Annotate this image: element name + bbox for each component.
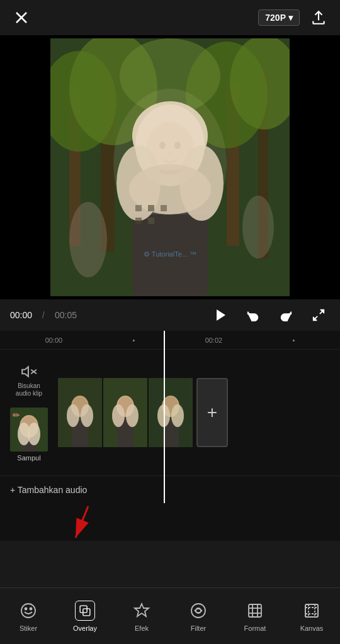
svg-point-29	[69, 202, 107, 277]
svg-point-47	[67, 404, 79, 427]
efek-label: Efek	[135, 625, 149, 632]
overlay-icon	[75, 601, 95, 621]
svg-marker-34	[22, 367, 28, 376]
mute-audio-label: Bisukanaudio klip	[16, 382, 42, 397]
video-clip-1[interactable]	[58, 378, 102, 447]
quality-label: 720P	[265, 13, 286, 23]
redo-button[interactable]	[275, 304, 297, 326]
video-frame: ⚙ TutorialTe... ™	[50, 38, 290, 296]
current-time: 00:00	[10, 310, 32, 320]
filter-label: Filter	[191, 625, 206, 632]
toolbar-kanvas[interactable]: Kanvas	[283, 601, 340, 632]
stiker-label: Stiker	[20, 625, 37, 632]
add-clip-button[interactable]: +	[196, 378, 228, 447]
svg-rect-76	[305, 604, 318, 617]
svg-rect-24	[135, 205, 142, 211]
toolbar-efek[interactable]: Efek	[113, 601, 170, 632]
cover-button[interactable]: ✏ Sampul	[10, 408, 48, 462]
timeline-playhead	[164, 350, 165, 503]
svg-rect-27	[135, 218, 142, 224]
undo-button[interactable]	[242, 304, 264, 326]
close-button[interactable]	[10, 6, 33, 29]
quality-selector[interactable]: 720P ▾	[258, 9, 300, 26]
header: 720P ▾	[0, 0, 340, 35]
export-button[interactable]	[307, 6, 330, 29]
stiker-icon	[18, 601, 38, 621]
svg-rect-28	[148, 218, 154, 224]
play-button[interactable]	[209, 304, 232, 326]
arrow-area	[0, 503, 340, 541]
toolbar-format[interactable]: Format	[227, 601, 283, 632]
toolbar-filter[interactable]: Filter	[170, 601, 227, 632]
toolbar-overlay[interactable]: Overlay	[57, 601, 113, 632]
filter-icon	[188, 601, 208, 621]
efek-icon	[132, 601, 152, 621]
svg-marker-31	[217, 310, 225, 321]
cover-thumbnail: ✏	[10, 408, 48, 452]
time-separator: /	[42, 310, 45, 320]
timeline-labels: 00:00 • 00:02 •	[10, 336, 330, 344]
bottom-toolbar: Stiker Overlay Efek Fil	[0, 587, 340, 644]
timeline-cursor	[164, 331, 165, 350]
svg-rect-81	[305, 604, 318, 617]
fullscreen-button[interactable]	[307, 304, 330, 326]
toolbar-stiker[interactable]: Stiker	[0, 601, 57, 632]
add-audio-button[interactable]: + Tambahkan audio	[0, 475, 340, 503]
timeline-dot-2: •	[292, 336, 295, 344]
clips-strip-container[interactable]: +	[58, 375, 330, 450]
timeline-marker-0: 00:00	[45, 336, 63, 344]
timeline-ruler: 00:00 • 00:02 •	[0, 331, 340, 350]
timeline-dot-1: •	[132, 336, 135, 344]
video-clip-2[interactable]	[103, 378, 147, 447]
format-icon	[245, 601, 265, 621]
svg-point-64	[25, 608, 27, 609]
svg-rect-25	[148, 205, 154, 211]
video-clip-3[interactable]	[149, 378, 193, 447]
svg-point-42	[28, 423, 40, 445]
cover-edit-icon: ✏	[13, 410, 20, 420]
add-clip-icon: +	[207, 402, 217, 423]
kanvas-icon	[302, 601, 322, 621]
overlay-label: Overlay	[73, 625, 97, 632]
mute-audio-button[interactable]: Bisukanaudio klip	[16, 364, 42, 397]
add-audio-label: + Tambahkan audio	[10, 485, 87, 495]
svg-point-30	[242, 196, 274, 258]
header-right: 720P ▾	[258, 6, 330, 29]
clip-area-wrapper: Bisukanaudio klip ✏ Sampul	[0, 350, 340, 503]
svg-point-65	[30, 608, 32, 609]
timeline-marker-1: 00:02	[205, 336, 223, 344]
svg-point-69	[191, 604, 205, 618]
total-time: 00:05	[55, 310, 77, 320]
clips-strip: +	[58, 378, 228, 447]
svg-marker-68	[135, 604, 149, 616]
svg-point-60	[171, 404, 184, 427]
quality-arrow: ▾	[288, 13, 293, 23]
svg-point-48	[81, 404, 93, 427]
kanvas-label: Kanvas	[300, 625, 324, 632]
svg-point-53	[112, 404, 125, 427]
video-preview: ⚙ TutorialTe... ™	[0, 35, 340, 299]
svg-rect-26	[161, 205, 167, 211]
svg-point-54	[126, 404, 139, 427]
watermark: ⚙ TutorialTe... ™	[144, 250, 196, 258]
overlay-arrow	[50, 503, 113, 547]
svg-point-63	[21, 604, 35, 618]
svg-rect-71	[249, 604, 261, 617]
playback-controls: 00:00 / 00:05	[0, 299, 340, 331]
cover-label: Sampul	[17, 454, 40, 462]
clip-left-controls: Bisukanaudio klip ✏ Sampul	[10, 364, 48, 462]
format-label: Format	[244, 625, 266, 632]
clip-area: Bisukanaudio klip ✏ Sampul	[0, 350, 340, 475]
svg-line-62	[76, 506, 88, 538]
